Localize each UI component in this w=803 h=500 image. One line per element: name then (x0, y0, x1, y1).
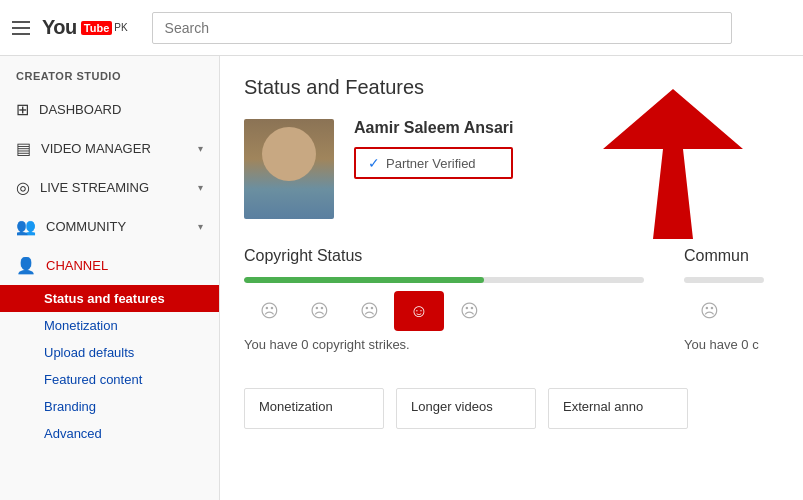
feature-card-title: Monetization (259, 399, 369, 414)
community-status-icon: ☹ (684, 291, 734, 331)
profile-name: Aamir Saleem Ansari (354, 119, 513, 137)
verified-badge: ✓ Partner Verified (354, 147, 513, 179)
logo-box: Tube (81, 21, 112, 35)
sidebar-section-title: CREATOR STUDIO (0, 56, 219, 90)
expand-arrow-icon: ▾ (198, 143, 203, 154)
logo-text: You (42, 16, 77, 39)
channel-icon: 👤 (16, 256, 36, 275)
profile-section: Aamir Saleem Ansari ✓ Partner Verified (244, 119, 779, 219)
community-progress-track (684, 277, 764, 283)
logo-suffix: PK (114, 22, 127, 33)
search-input[interactable] (152, 12, 732, 44)
feature-cards: Monetization Longer videos External anno (244, 388, 779, 429)
copyright-progress-track (244, 277, 644, 283)
svg-marker-0 (603, 89, 743, 239)
expand-arrow-icon: ▾ (198, 182, 203, 193)
sidebar-item-video-manager[interactable]: ▤ VIDEO MANAGER ▾ (0, 129, 219, 168)
sidebar: CREATOR STUDIO ⊞ DASHBOARD ▤ VIDEO MANAG… (0, 56, 220, 500)
badge-label: Partner Verified (386, 156, 476, 171)
copyright-col: Copyright Status ☹ ☹ ☹ ☺ ☹ You have 0 co… (244, 247, 644, 368)
feature-card-monetization[interactable]: Monetization (244, 388, 384, 429)
search-bar[interactable] (152, 12, 732, 44)
profile-info: Aamir Saleem Ansari ✓ Partner Verified (354, 119, 513, 179)
sidebar-item-live-streaming[interactable]: ◎ LIVE STREAMING ▾ (0, 168, 219, 207)
sub-item-branding[interactable]: Branding (0, 393, 219, 420)
sidebar-item-label: VIDEO MANAGER (41, 141, 151, 156)
copyright-section-title: Copyright Status (244, 247, 644, 265)
sidebar-item-channel[interactable]: 👤 CHANNEL (0, 246, 219, 285)
sidebar-item-label: CHANNEL (46, 258, 108, 273)
live-streaming-icon: ◎ (16, 178, 30, 197)
youtube-logo: YouTubePK (42, 16, 128, 39)
sub-item-status-features[interactable]: Status and features (0, 285, 219, 312)
sidebar-item-dashboard[interactable]: ⊞ DASHBOARD (0, 90, 219, 129)
community-status-row: ☹ (684, 291, 779, 331)
copyright-strike-text: You have 0 copyright strikes. (244, 337, 644, 352)
sub-item-monetization[interactable]: Monetization (0, 312, 219, 339)
community-strike-text: You have 0 c (684, 337, 779, 352)
topbar: YouTubePK (0, 0, 803, 56)
sidebar-item-label: COMMUNITY (46, 219, 126, 234)
avatar-image (244, 119, 334, 219)
status-icons-row: ☹ ☹ ☹ ☺ ☹ (244, 291, 644, 331)
feature-card-longer-videos[interactable]: Longer videos (396, 388, 536, 429)
sidebar-item-community[interactable]: 👥 COMMUNITY ▾ (0, 207, 219, 246)
status-icon-5: ☹ (444, 291, 494, 331)
video-manager-icon: ▤ (16, 139, 31, 158)
copyright-progress-fill (244, 277, 484, 283)
copyright-section: Copyright Status ☹ ☹ ☹ ☺ ☹ You have 0 co… (244, 247, 779, 368)
hamburger-menu[interactable] (12, 21, 30, 35)
status-icon-4-active: ☺ (394, 291, 444, 331)
feature-card-external-anno[interactable]: External anno (548, 388, 688, 429)
status-icon-1: ☹ (244, 291, 294, 331)
sub-item-advanced[interactable]: Advanced (0, 420, 219, 447)
avatar (244, 119, 334, 219)
sidebar-item-label: LIVE STREAMING (40, 180, 149, 195)
expand-arrow-icon: ▾ (198, 221, 203, 232)
dashboard-icon: ⊞ (16, 100, 29, 119)
status-icon-2: ☹ (294, 291, 344, 331)
community-icon: 👥 (16, 217, 36, 236)
sidebar-item-label: DASHBOARD (39, 102, 121, 117)
content-area: Status and Features Aamir Saleem Ansari … (220, 56, 803, 500)
arrow-svg (573, 89, 773, 249)
feature-card-title: Longer videos (411, 399, 521, 414)
community-col: Commun ☹ You have 0 c (684, 247, 779, 368)
community-section-title: Commun (684, 247, 779, 265)
feature-card-title: External anno (563, 399, 673, 414)
sub-item-upload-defaults[interactable]: Upload defaults (0, 339, 219, 366)
status-icon-3: ☹ (344, 291, 394, 331)
sub-item-featured-content[interactable]: Featured content (0, 366, 219, 393)
main-layout: CREATOR STUDIO ⊞ DASHBOARD ▤ VIDEO MANAG… (0, 56, 803, 500)
check-icon: ✓ (368, 155, 380, 171)
